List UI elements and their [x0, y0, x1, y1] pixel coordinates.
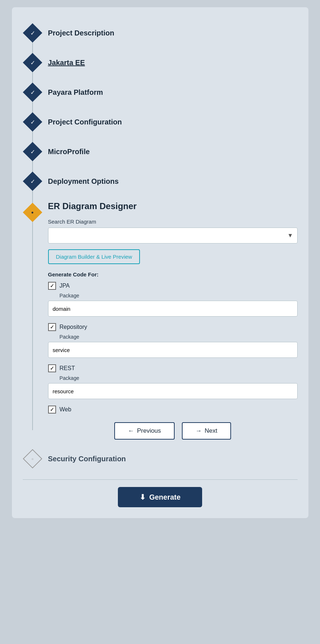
step-payara-platform: ✓ Payara Platform — [23, 77, 298, 107]
diagram-builder-button[interactable]: Diagram Builder & Live Preview — [48, 249, 140, 264]
divider — [23, 479, 298, 480]
diamond-deployment-options: ✓ — [23, 171, 42, 191]
step-jakarta-ee: ✓ Jakarta EE — [23, 48, 298, 77]
step-deployment-options: ✓ Deployment Options — [23, 166, 298, 196]
next-button[interactable]: → Next — [182, 422, 231, 440]
diamond-payara-platform: ✓ — [23, 82, 42, 102]
step-icon-er-diagram: ● — [23, 203, 42, 222]
diamond-security: ○ — [23, 449, 42, 469]
search-er-diagram-wrapper: ▼ — [48, 228, 298, 243]
check-icon-rest: ✓ — [50, 365, 54, 371]
step-label-er-diagram: ER Diagram Designer — [48, 201, 137, 211]
check-icon: ✓ — [30, 148, 35, 155]
previous-button[interactable]: ← Previous — [114, 422, 175, 440]
checkbox-repository[interactable]: ✓ — [48, 323, 56, 331]
circle-icon: ○ — [31, 457, 33, 461]
search-er-diagram-select[interactable] — [48, 228, 298, 243]
er-diagram-content: ER Diagram Designer Search ER Diagram ▼ … — [48, 201, 298, 445]
step-er-diagram-designer: ● ER Diagram Designer Search ER Diagram … — [23, 196, 298, 445]
wizard-container: ✓ Project Description ✓ Jakarta EE ✓ Pay… — [12, 7, 308, 518]
arrow-right-icon: → — [196, 427, 202, 435]
step-label-deployment-options: Deployment Options — [48, 177, 119, 186]
step-label-security: Security Configuration — [48, 455, 126, 463]
check-icon: ✓ — [30, 89, 35, 96]
checkbox-jpa[interactable]: ✓ — [48, 282, 56, 290]
step-project-configuration: ✓ Project Configuration — [23, 107, 298, 137]
checkbox-row-rest: ✓ REST — [48, 364, 298, 372]
step-icon-security: ○ — [23, 449, 42, 469]
check-icon: ✓ — [30, 59, 35, 66]
step-icon-jakarta-ee: ✓ — [23, 53, 42, 72]
step-label-payara-platform: Payara Platform — [48, 88, 103, 97]
step-microprofile: ✓ MicroProfile — [23, 137, 298, 166]
diamond-jakarta-ee: ✓ — [23, 53, 42, 72]
step-label-microprofile: MicroProfile — [48, 148, 90, 156]
check-icon-web: ✓ — [50, 407, 54, 412]
checkbox-row-jpa: ✓ JPA — [48, 282, 298, 290]
previous-label: Previous — [137, 427, 161, 435]
package-input-repository[interactable] — [48, 342, 298, 358]
search-er-diagram-label: Search ER Diagram — [48, 219, 298, 225]
diamond-project-configuration: ✓ — [23, 112, 42, 132]
checkbox-label-jpa: JPA — [60, 283, 70, 289]
check-icon-jpa: ✓ — [50, 283, 54, 289]
step-icon-microprofile: ✓ — [23, 142, 42, 161]
step-label-jakarta-ee: Jakarta EE — [48, 59, 85, 67]
diamond-project-description: ✓ — [23, 23, 42, 43]
checkbox-web[interactable]: ✓ — [48, 406, 56, 414]
step-security-configuration: ○ Security Configuration — [23, 445, 298, 474]
generate-button[interactable]: ⬇ Generate — [118, 487, 202, 507]
checkbox-label-web: Web — [60, 406, 72, 413]
step-icon-project-description: ✓ — [23, 23, 42, 43]
step-icon-project-configuration: ✓ — [23, 112, 42, 132]
step-icon-payara-platform: ✓ — [23, 82, 42, 102]
download-icon: ⬇ — [140, 493, 146, 501]
package-label-jpa: Package — [60, 293, 298, 298]
check-icon: ✓ — [30, 178, 35, 185]
dot-icon: ● — [31, 210, 34, 215]
package-input-rest[interactable] — [48, 383, 298, 399]
package-input-jpa[interactable] — [48, 301, 298, 317]
check-icon: ✓ — [30, 119, 35, 126]
nav-buttons: ← Previous → Next — [48, 422, 298, 440]
next-label: Next — [205, 427, 217, 435]
step-label-project-description: Project Description — [48, 29, 114, 37]
package-label-repository: Package — [60, 334, 298, 340]
checkbox-label-repository: Repository — [60, 324, 87, 330]
checkbox-rest[interactable]: ✓ — [48, 364, 56, 372]
checkbox-row-web: ✓ Web — [48, 406, 298, 414]
checkbox-label-rest: REST — [60, 365, 75, 372]
diamond-er-diagram: ● — [23, 203, 42, 222]
steps-list: ✓ Project Description ✓ Jakarta EE ✓ Pay… — [23, 18, 298, 474]
generate-code-label: Generate Code For: — [48, 271, 298, 277]
er-diagram-active-content: Search ER Diagram ▼ Diagram Builder & Li… — [48, 219, 298, 440]
generate-label: Generate — [149, 493, 181, 501]
step-icon-deployment-options: ✓ — [23, 171, 42, 191]
step-label-project-configuration: Project Configuration — [48, 118, 122, 126]
step-project-description: ✓ Project Description — [23, 18, 298, 48]
check-icon-repository: ✓ — [50, 324, 54, 330]
diamond-microprofile: ✓ — [23, 142, 42, 161]
package-label-rest: Package — [60, 375, 298, 381]
check-icon: ✓ — [30, 30, 35, 37]
checkbox-row-repository: ✓ Repository — [48, 323, 298, 331]
arrow-left-icon: ← — [128, 427, 134, 435]
generate-bar: ⬇ Generate — [23, 487, 298, 507]
